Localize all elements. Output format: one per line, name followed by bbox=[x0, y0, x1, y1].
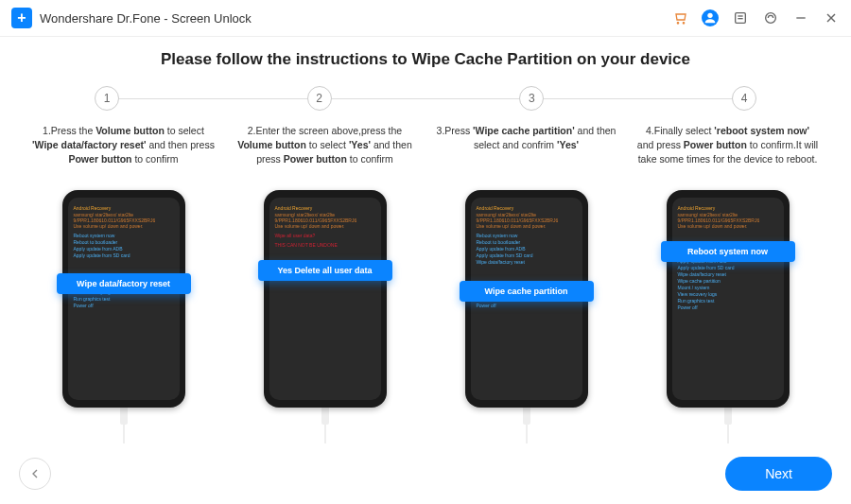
menu-item: Wipe cache partition bbox=[678, 278, 778, 285]
menu-item: Reboot system now bbox=[477, 233, 577, 239]
phone-frame: Android Recovery samsung/ star2ltexx/ st… bbox=[465, 190, 588, 408]
support-icon[interactable] bbox=[762, 9, 779, 26]
menu-item: Apply update from SD card bbox=[74, 252, 174, 259]
step-connector bbox=[544, 98, 732, 99]
step-column: 2.Enter the screen above,press the Volum… bbox=[230, 124, 420, 443]
main-content: Please follow the instructions to Wipe C… bbox=[0, 37, 851, 443]
cable-line bbox=[123, 425, 125, 443]
step-columns: 1.Press the Volume button to select 'Wip… bbox=[28, 124, 823, 443]
close-icon[interactable] bbox=[823, 9, 840, 26]
phone-illustration: Android Recovery samsung/ star2ltexx/ st… bbox=[230, 190, 420, 443]
menu-item: Reboot system now bbox=[74, 233, 174, 239]
back-button[interactable] bbox=[19, 458, 51, 490]
menu-item: Mount / system bbox=[678, 285, 778, 291]
menu-item: Apply update from SD card bbox=[678, 265, 778, 271]
step-circle-1: 1 bbox=[95, 86, 119, 111]
step-indicator: 1 2 3 4 bbox=[28, 86, 823, 111]
step-instruction: 4.Finally select 'reboot system now' and… bbox=[633, 124, 823, 184]
phone-illustration: Android Recovery samsung/ star2ltexx/ st… bbox=[431, 190, 621, 443]
cable-icon bbox=[321, 406, 329, 425]
highlight-label: Wipe cache partition bbox=[460, 281, 594, 302]
step-instruction: 2.Enter the screen above,press the Volum… bbox=[230, 124, 420, 184]
recovery-warn: Wipe all user data? bbox=[275, 233, 375, 238]
recovery-line: Use volume up/ down and power. bbox=[275, 223, 375, 229]
titlebar: + Wondershare Dr.Fone - Screen Unlock bbox=[0, 0, 851, 37]
phone-screen: Android Recovery samsung/ star2ltexx/ st… bbox=[68, 198, 180, 400]
svg-point-0 bbox=[677, 23, 678, 24]
step-instruction: 3.Press 'Wipe cache partition' and then … bbox=[431, 124, 621, 184]
phone-frame: Android Recovery samsung/ star2ltexx/ st… bbox=[62, 190, 185, 408]
cable-icon bbox=[724, 406, 732, 425]
phone-screen: Android Recovery samsung/ star2ltexx/ st… bbox=[672, 198, 784, 400]
phone-frame: Android Recovery samsung/ star2ltexx/ st… bbox=[264, 190, 387, 408]
step-connector bbox=[119, 98, 307, 99]
svg-point-6 bbox=[766, 13, 776, 24]
account-icon[interactable] bbox=[702, 9, 719, 26]
highlight-label: Reboot system now bbox=[661, 241, 795, 262]
menu-item: Wipe data/factory reset bbox=[477, 259, 577, 266]
menu-item: Power off bbox=[74, 303, 174, 309]
menu-item: Apply update from SD card bbox=[477, 252, 577, 259]
menu-item: Run graphics test bbox=[74, 296, 174, 303]
cable-icon bbox=[120, 406, 128, 425]
window-title: Wondershare Dr.Fone - Screen Unlock bbox=[40, 11, 252, 26]
step-circle-4: 4 bbox=[732, 86, 756, 111]
cable-line bbox=[324, 425, 326, 443]
menu-item: Power off bbox=[678, 304, 778, 311]
cart-icon[interactable] bbox=[671, 9, 688, 26]
menu-item: Run graphics test bbox=[678, 298, 778, 304]
phone-frame: Android Recovery samsung/ star2ltexx/ st… bbox=[667, 190, 790, 408]
step-connector bbox=[332, 98, 520, 99]
cable-line bbox=[526, 425, 528, 443]
cable-line bbox=[727, 425, 729, 443]
recovery-warn: THIS CAN NOT BE UNDONE bbox=[275, 242, 375, 248]
highlight-label: Yes Delete all user data bbox=[258, 260, 392, 281]
feedback-icon[interactable] bbox=[732, 9, 749, 26]
titlebar-actions bbox=[671, 9, 840, 26]
minimize-icon[interactable] bbox=[792, 9, 809, 26]
menu-item: Apply update from ADB bbox=[74, 246, 174, 252]
step-column: 4.Finally select 'reboot system now' and… bbox=[633, 124, 823, 443]
step-circle-2: 2 bbox=[307, 86, 332, 111]
phone-screen: Android Recovery samsung/ star2ltexx/ st… bbox=[269, 198, 381, 400]
menu-item: Reboot to bootloader bbox=[477, 239, 577, 246]
highlight-label: Wipe data/factory reset bbox=[57, 273, 191, 294]
step-instruction: 1.Press the Volume button to select 'Wip… bbox=[28, 124, 218, 184]
cable-icon bbox=[523, 406, 530, 425]
footer: Next bbox=[19, 457, 832, 491]
menu-item: Reboot to bootloader bbox=[74, 239, 174, 246]
app-logo-icon: + bbox=[11, 8, 32, 28]
phone-illustration: Android Recovery samsung/ star2ltexx/ st… bbox=[633, 190, 823, 443]
step-circle-3: 3 bbox=[519, 86, 544, 111]
page-title: Please follow the instructions to Wipe C… bbox=[28, 50, 823, 69]
menu-item: Power off bbox=[477, 303, 577, 309]
arrow-left-icon bbox=[27, 466, 43, 481]
svg-point-1 bbox=[683, 23, 684, 24]
phone-illustration: Android Recovery samsung/ star2ltexx/ st… bbox=[28, 190, 218, 443]
next-button[interactable]: Next bbox=[725, 457, 832, 491]
svg-point-2 bbox=[707, 13, 712, 18]
menu-item: Apply update from ADB bbox=[477, 246, 577, 252]
step-column: 3.Press 'Wipe cache partition' and then … bbox=[431, 124, 621, 443]
step-column: 1.Press the Volume button to select 'Wip… bbox=[28, 124, 218, 443]
menu-item: View recovery logs bbox=[678, 291, 778, 298]
menu-item: Wipe data/factory reset bbox=[678, 271, 778, 278]
